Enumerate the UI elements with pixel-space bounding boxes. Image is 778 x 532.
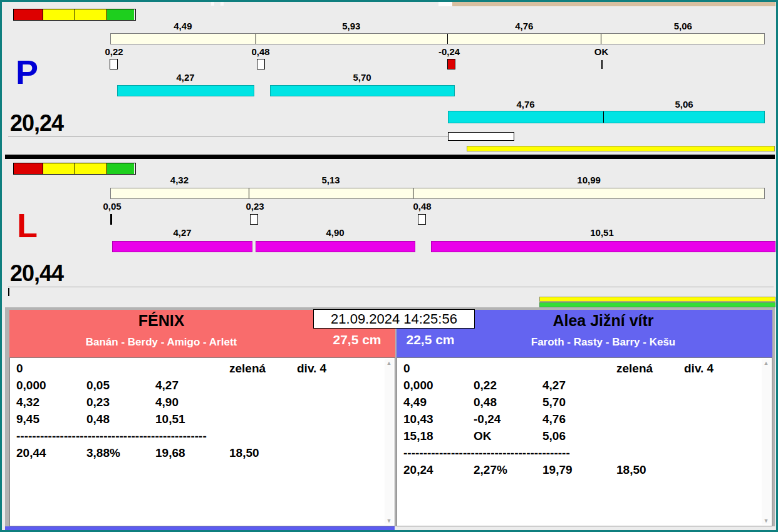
log-cell: 18,50 bbox=[616, 463, 646, 477]
log-cell: 15,18 bbox=[403, 429, 433, 443]
bar-label: 10,51 bbox=[590, 227, 614, 238]
scroll-up-icon[interactable]: ▲ bbox=[762, 359, 770, 367]
log-row: 4,32 0,23 4,90 bbox=[10, 396, 395, 412]
log-row: 0,000 0,22 4,27 bbox=[397, 379, 772, 396]
marker-red-square bbox=[447, 59, 455, 69]
scale-label: 4,32 bbox=[110, 175, 249, 186]
team-left-log[interactable]: 0 zelená div. 4 0,000 0,05 4,27 4,32 0,2… bbox=[9, 357, 395, 526]
section-divider bbox=[5, 155, 775, 159]
team-left-distance: 27,5 cm bbox=[319, 332, 395, 347]
scale-label: 4,49 bbox=[110, 21, 256, 32]
status-yellow-segment bbox=[75, 163, 107, 174]
log-cell: ----------------------------------------… bbox=[16, 429, 207, 443]
time-bar-p2 bbox=[270, 85, 455, 96]
bar-label: 4,76 bbox=[516, 99, 534, 110]
marker-square bbox=[110, 59, 118, 69]
team-left-name: FÉNIX bbox=[9, 312, 313, 330]
bar-label: 4,27 bbox=[173, 227, 191, 238]
log-cell: 0,23 bbox=[86, 396, 110, 409]
total-time-l: 20,44 bbox=[10, 262, 63, 285]
status-green-segment bbox=[107, 9, 134, 20]
log-cell: 4,49 bbox=[403, 396, 427, 409]
scale-label: 5,13 bbox=[249, 175, 413, 186]
marker-label: 0,22 bbox=[105, 46, 123, 57]
log-cell: -0,24 bbox=[474, 412, 501, 426]
scale-label: 10,99 bbox=[413, 175, 765, 186]
marker-label: -0,24 bbox=[438, 46, 460, 57]
window-notch bbox=[220, 2, 224, 6]
log-cell: 0 bbox=[403, 362, 410, 376]
log-cell: div. 4 bbox=[684, 362, 713, 376]
status-red-segment bbox=[14, 9, 43, 20]
bottom-strip bbox=[5, 526, 395, 530]
log-totals-row: 20,44 3,88% 19,68 18,50 bbox=[10, 446, 395, 463]
log-cell: 4,76 bbox=[542, 412, 566, 426]
log-row: 0,000 0,05 4,27 bbox=[10, 379, 395, 396]
bar-label: 4,90 bbox=[326, 227, 344, 238]
marker-square bbox=[257, 59, 265, 69]
log-cell: 0,000 bbox=[403, 379, 433, 392]
log-separator-row: ----------------------------------------… bbox=[10, 429, 395, 446]
scroll-down-icon[interactable]: ▼ bbox=[762, 517, 770, 524]
scale-labels-l: 4,32 5,13 10,99 bbox=[110, 175, 765, 186]
scale-label: 4,76 bbox=[447, 21, 601, 32]
desktop-strip bbox=[452, 2, 775, 6]
scroll-up-icon[interactable]: ▲ bbox=[385, 359, 393, 367]
marker-tick bbox=[601, 60, 603, 69]
scale-label: 5,93 bbox=[256, 21, 447, 32]
scrollbar[interactable]: ▲ ▼ bbox=[385, 359, 393, 524]
bar-label: 4,27 bbox=[176, 72, 194, 83]
marker-label: 0,48 bbox=[413, 201, 431, 212]
team-left-members: Banán - Berdy - Amigo - Arlett bbox=[9, 336, 313, 349]
team-right-log[interactable]: 0 zelená div. 4 0,000 0,22 4,27 4,49 0,4… bbox=[397, 357, 772, 526]
bar-label: 5,06 bbox=[675, 99, 693, 110]
log-row: 10,43 -0,24 4,76 bbox=[397, 412, 772, 429]
marker-label: OK bbox=[594, 46, 609, 57]
marker-tick bbox=[8, 288, 9, 296]
log-cell: 2,27% bbox=[474, 463, 507, 477]
log-cell: 18,50 bbox=[229, 446, 259, 460]
scroll-down-icon[interactable]: ▼ bbox=[385, 517, 393, 524]
lane-letter-p: P bbox=[16, 55, 38, 89]
status-strip-p bbox=[13, 9, 136, 21]
team-right-name: Alea Jižní vítr bbox=[434, 312, 772, 330]
log-cell: 10,43 bbox=[403, 412, 433, 426]
status-yellow-segment bbox=[43, 9, 75, 20]
time-bar-l3 bbox=[431, 241, 775, 252]
empty-progress-box bbox=[448, 132, 514, 141]
log-cell: 10,51 bbox=[155, 412, 185, 426]
time-bar-l2 bbox=[256, 241, 415, 252]
log-cell: zelená bbox=[616, 362, 653, 376]
log-cell: ----------------------------------------… bbox=[403, 446, 570, 460]
marker-tick bbox=[110, 214, 112, 225]
datetime-display: 21.09.2024 14:25:56 bbox=[313, 309, 475, 329]
log-cell: 3,88% bbox=[86, 446, 120, 460]
scrollbar[interactable]: ▲ ▼ bbox=[762, 359, 770, 524]
time-bar-p1 bbox=[117, 85, 254, 96]
log-cell: 4,27 bbox=[542, 379, 566, 392]
log-cell: 20,24 bbox=[403, 463, 433, 477]
status-yellow-segment bbox=[43, 163, 75, 174]
window-notch bbox=[211, 2, 214, 6]
bar-label: 5,70 bbox=[353, 72, 371, 83]
log-cell: zelená bbox=[229, 362, 266, 376]
progress-bar-yellow-l bbox=[539, 297, 775, 302]
log-cell: 0,000 bbox=[16, 379, 46, 392]
scale-bar-p bbox=[110, 33, 765, 44]
time-bar-p3 bbox=[448, 111, 765, 123]
log-separator-row: ----------------------------------------… bbox=[397, 446, 772, 463]
progress-bar-green-l bbox=[539, 302, 775, 307]
log-cell: 0,48 bbox=[86, 412, 110, 426]
log-cell: 4,32 bbox=[16, 396, 39, 409]
scale-labels-p: 4,49 5,93 4,76 5,06 bbox=[110, 21, 765, 32]
log-cell: 4,27 bbox=[155, 379, 179, 392]
log-cell: 0,05 bbox=[86, 379, 110, 392]
log-cell: 5,06 bbox=[542, 429, 566, 443]
log-cell: 0,22 bbox=[474, 379, 497, 392]
log-cell: div. 4 bbox=[297, 362, 326, 376]
log-cell: 5,70 bbox=[542, 396, 566, 409]
log-cell: 19,68 bbox=[155, 446, 185, 460]
team-right-members: Faroth - Rasty - Barry - Kešu bbox=[434, 336, 772, 349]
progress-bar-yellow-p bbox=[467, 146, 775, 151]
log-row: 9,45 0,48 10,51 bbox=[10, 412, 395, 429]
